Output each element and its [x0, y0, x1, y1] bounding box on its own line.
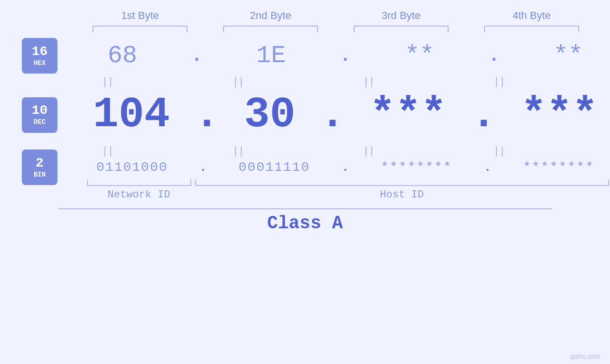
- bin-row-container: 2 BIN 01101000 . 00011110 . ******** . *…: [0, 160, 610, 175]
- bin-badge: 2 BIN: [22, 149, 57, 185]
- dec-b3-group: ***: [370, 91, 447, 139]
- eq1-b4: ||: [449, 75, 553, 88]
- bin-b4-value: ********: [523, 160, 594, 175]
- bin-b1-group: 01101000: [96, 160, 168, 175]
- bin-b3-group: ********: [381, 160, 452, 175]
- network-id-label: Network ID: [87, 189, 191, 201]
- byte2-header: 2nd Byte: [218, 9, 323, 22]
- class-a-divider: [58, 208, 552, 209]
- hex-values: 68 . 1E . ** . **: [81, 42, 610, 70]
- eq2-b3: ||: [318, 144, 422, 157]
- hex-badge: 16 HEX: [22, 38, 57, 74]
- byte-headers-row: 1st Byte 2nd Byte 3rd Byte 4th Byte: [75, 9, 597, 22]
- hex-b4-value: **: [554, 42, 583, 70]
- hex-b1-group: 68: [108, 42, 137, 70]
- bin-b1-value: 01101000: [96, 160, 168, 175]
- dec-row-container: 10 DEC 104 . 30 . *** . ***: [0, 91, 610, 139]
- top-brackets: [75, 26, 597, 32]
- watermark: ipshu.com: [570, 353, 601, 360]
- dec-badge-label: DEC: [34, 118, 46, 126]
- bin-values: 01101000 . 00011110 . ******** . *******…: [81, 160, 610, 175]
- bracket-byte3: [354, 26, 449, 32]
- bottom-bracket-host: [195, 179, 609, 186]
- main-container: 1st Byte 2nd Byte 3rd Byte 4th Byte 16 H…: [0, 0, 610, 364]
- bin-badge-num: 2: [36, 157, 44, 170]
- dec-values: 104 . 30 . *** . ***: [81, 91, 610, 139]
- hex-badge-label: HEX: [34, 59, 46, 67]
- bin-b2-value: 00011110: [239, 160, 310, 175]
- byte4-header: 4th Byte: [479, 9, 584, 22]
- equals-row-1: || || || ||: [44, 75, 566, 88]
- eq2-b4: ||: [449, 144, 553, 157]
- byte1-header: 1st Byte: [88, 9, 192, 22]
- eq1-b3: ||: [318, 75, 422, 88]
- bracket-byte1: [93, 26, 188, 32]
- dec-b2-value: 30: [244, 91, 295, 139]
- hex-b4-group: **: [554, 42, 583, 70]
- dec-dot2: .: [319, 91, 345, 139]
- dec-b2-group: 30: [244, 91, 295, 139]
- id-labels-row: Network ID Host ID: [87, 189, 609, 201]
- hex-b2-group: 1E: [256, 42, 286, 70]
- bottom-brackets-container: [87, 179, 609, 186]
- bottom-bracket-network: [87, 179, 191, 186]
- class-a-label: Class A: [267, 213, 343, 233]
- dec-badge-num: 10: [32, 104, 48, 117]
- eq2-b1: ||: [57, 144, 161, 157]
- byte3-header: 3rd Byte: [349, 9, 453, 22]
- hex-b2-value: 1E: [256, 42, 286, 70]
- hex-dot3: .: [488, 45, 500, 66]
- bin-b3-value: ********: [381, 160, 452, 175]
- dec-b1-group: 104: [93, 91, 170, 139]
- dec-dot3: .: [471, 91, 497, 139]
- eq1-b2: ||: [188, 75, 292, 88]
- dec-b4-group: ***: [521, 91, 598, 139]
- bin-dot1: .: [199, 160, 207, 175]
- bin-dot3: .: [484, 160, 492, 175]
- eq1-b1: ||: [57, 75, 161, 88]
- bin-dot2: .: [341, 160, 349, 175]
- dec-b4-value: ***: [521, 91, 598, 139]
- bin-b4-group: ********: [523, 160, 594, 175]
- hex-b3-group: **: [405, 42, 434, 70]
- hex-b3-value: **: [405, 42, 434, 70]
- dec-badge: 10 DEC: [22, 97, 57, 133]
- hex-badge-num: 16: [32, 45, 48, 58]
- hex-dot1: .: [191, 45, 202, 66]
- dec-b1-value: 104: [93, 91, 170, 139]
- bin-b2-group: 00011110: [239, 160, 310, 175]
- hex-dot2: .: [339, 45, 351, 66]
- equals-row-2: || || || ||: [44, 144, 566, 157]
- host-id-label: Host ID: [195, 189, 609, 201]
- bracket-byte4: [484, 26, 579, 32]
- bracket-byte2: [223, 26, 318, 32]
- hex-row-container: 16 HEX 68 . 1E . ** . **: [0, 42, 610, 70]
- dec-dot1: .: [194, 91, 220, 139]
- hex-b1-value: 68: [108, 42, 137, 70]
- dec-b3-value: ***: [370, 91, 447, 139]
- bin-badge-label: BIN: [34, 171, 46, 178]
- eq2-b2: ||: [188, 144, 292, 157]
